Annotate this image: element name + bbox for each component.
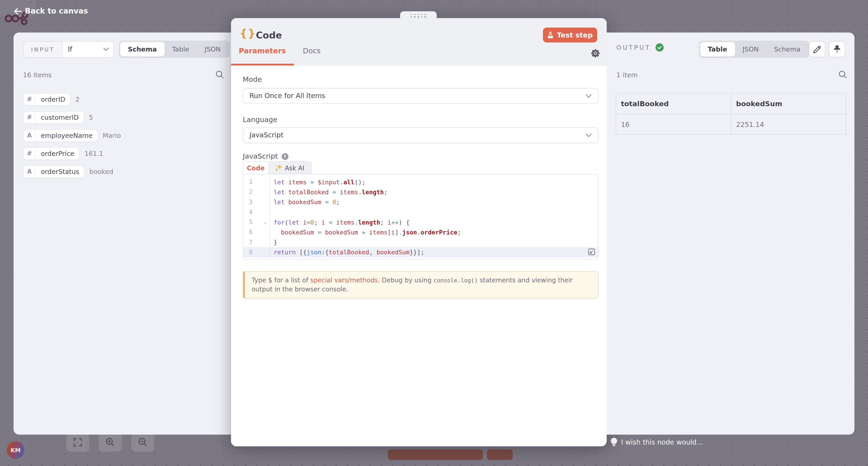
avatar-initials: KM <box>11 447 21 454</box>
field-name: customerID <box>36 111 84 124</box>
canvas-zoom-out-button[interactable] <box>131 433 155 452</box>
expand-editor-icon[interactable] <box>588 249 595 257</box>
input-tab-json[interactable]: JSON <box>197 42 228 57</box>
wish-label: I wish this node would... <box>621 438 703 446</box>
hint-text: Debug by using <box>380 276 434 284</box>
sparkles-icon <box>275 164 282 171</box>
line-number: 7 <box>243 237 270 247</box>
mode-select[interactable]: Run Once for All Items <box>243 88 598 104</box>
field-type-icon: A <box>24 166 36 178</box>
tab-parameters[interactable]: Parameters <box>231 46 294 55</box>
ask-ai-label: Ask AI <box>285 164 304 171</box>
canvas-zoom-in-button[interactable] <box>98 433 122 452</box>
field-value: 2 <box>75 96 80 103</box>
field-name: orderID <box>36 94 70 105</box>
output-panel <box>607 32 855 434</box>
canvas-ghost-button-wide <box>388 450 483 460</box>
output-tab-schema[interactable]: Schema <box>767 42 808 57</box>
output-tab-table[interactable]: Table <box>700 42 735 57</box>
editor-label: JavaScript ? <box>243 152 288 160</box>
avatar[interactable]: KM <box>7 441 24 459</box>
code-line-4: 4 <box>243 207 598 217</box>
column-header-totalBooked: totalBooked <box>616 93 731 114</box>
line-number: 1 <box>243 177 270 187</box>
table-cell: 2251.14 <box>731 114 846 135</box>
field-type-icon: # <box>24 148 36 160</box>
code-editor[interactable]: 1let items = $input.all();2let totalBook… <box>243 174 598 260</box>
input-view-tabs: SchemaTableJSON <box>119 41 230 58</box>
line-number: 2 <box>243 187 270 197</box>
field-type-icon: # <box>24 94 36 105</box>
field-type-icon: A <box>24 130 36 142</box>
fold-arrow-icon[interactable]: ⌄ <box>264 220 267 225</box>
output-view-tabs: TableJSONSchema <box>699 41 809 58</box>
back-link-label: Back to canvas <box>25 7 88 15</box>
special-vars-link[interactable]: special vars/methods. <box>310 276 380 284</box>
success-check-icon <box>655 43 663 52</box>
schema-item-orderID[interactable]: #orderID2 <box>23 93 80 106</box>
output-title-text: OUTPUT <box>616 44 651 51</box>
table-cell: 16 <box>616 114 731 135</box>
chevron-down-icon <box>585 133 592 137</box>
gear-icon[interactable] <box>591 49 600 58</box>
code-line-1: 1let items = $input.all(); <box>243 177 598 187</box>
output-panel-title: OUTPUT <box>616 43 663 52</box>
editor-tab-code[interactable]: Code <box>243 161 269 174</box>
schema-item-orderPrice[interactable]: #orderPrice161.1 <box>23 147 103 160</box>
schema-item-employeeName[interactable]: AemployeeNameMario <box>23 129 121 142</box>
field-value: booked <box>89 168 113 175</box>
back-arrow-icon <box>14 8 22 14</box>
editor-hint-box: Type $ for a list of special vars/method… <box>243 271 598 299</box>
code-line-7: 7} <box>243 237 598 247</box>
line-number: 8 <box>243 247 270 258</box>
output-items-count: 1 item <box>616 71 638 78</box>
pin-output-button[interactable] <box>829 41 845 58</box>
language-value: JavaScript <box>249 131 283 139</box>
help-icon[interactable]: ? <box>281 153 288 160</box>
output-tab-json[interactable]: JSON <box>735 42 767 57</box>
panel-drag-handle[interactable] <box>400 11 436 19</box>
mode-label: Mode <box>243 75 262 84</box>
input-tab-table[interactable]: Table <box>164 42 197 57</box>
canvas-fit-view-button[interactable] <box>66 433 90 452</box>
code-node-icon: {} <box>240 27 256 40</box>
code-line-6: 6 bookedSum = bookedSum + items[i].json.… <box>243 227 598 237</box>
test-step-label: Test step <box>557 31 593 39</box>
edit-output-button[interactable] <box>809 41 825 58</box>
zoom-out-icon <box>138 437 148 447</box>
code-line-3: 3let bookedSum = 0; <box>243 197 598 207</box>
chevron-down-icon <box>103 47 109 51</box>
field-name: employeeName <box>36 130 98 142</box>
field-type-icon: # <box>24 111 36 124</box>
field-value: Mario <box>103 132 121 139</box>
input-tab-schema[interactable]: Schema <box>120 42 164 57</box>
tab-docs[interactable]: Docs <box>294 46 330 55</box>
lightbulb-icon <box>611 438 617 446</box>
active-tab-underline <box>231 64 294 66</box>
code-line-5: 5⌄for(let i=0; i < items.length; i++) { <box>243 217 598 227</box>
line-number: 4 <box>243 207 270 217</box>
schema-item-orderStatus[interactable]: AorderStatusbooked <box>23 165 114 178</box>
chevron-down-icon <box>585 94 592 98</box>
input-search-icon[interactable] <box>216 70 224 78</box>
node-feedback-link[interactable]: I wish this node would... <box>611 438 703 446</box>
field-value: 5 <box>89 114 93 121</box>
editor-label-text: JavaScript <box>243 152 278 160</box>
editor-tab-ask-ai[interactable]: Ask AI <box>269 161 311 174</box>
field-value: 161.1 <box>85 150 103 157</box>
input-source-select[interactable]: INPUT If <box>23 41 114 58</box>
table-row: 162251.14 <box>616 114 846 135</box>
back-to-canvas-link[interactable]: Back to canvas <box>14 7 88 15</box>
output-table: totalBookedbookedSum162251.14 <box>616 93 846 135</box>
pencil-icon <box>813 45 821 53</box>
code-line-2: 2let totalBooked = items.length; <box>243 187 598 197</box>
input-items-count: 16 items <box>23 71 52 78</box>
test-step-button[interactable]: Test step <box>543 28 597 42</box>
drag-dots-icon <box>411 14 426 18</box>
language-label: Language <box>243 115 277 124</box>
language-select[interactable]: JavaScript <box>243 127 598 143</box>
field-name: orderStatus <box>36 166 84 178</box>
output-search-icon[interactable] <box>839 70 847 78</box>
flask-icon <box>548 32 553 38</box>
schema-item-customerID[interactable]: #customerID5 <box>23 111 93 124</box>
